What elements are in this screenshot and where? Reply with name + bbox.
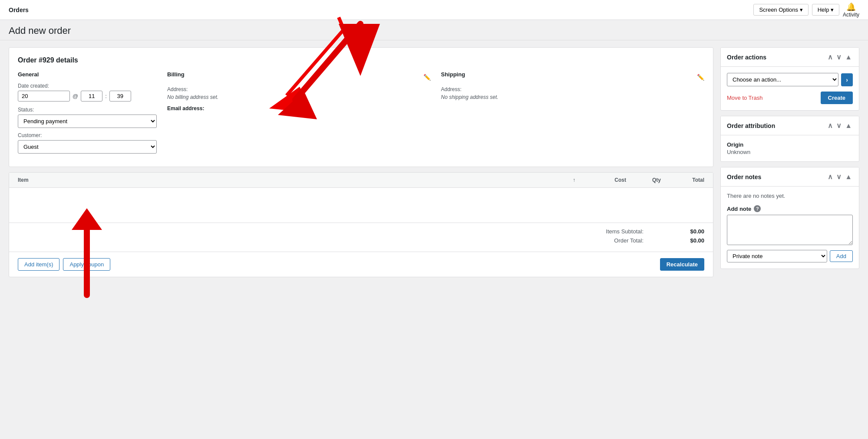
move-to-trash-link[interactable]: Move to Trash bbox=[727, 95, 762, 101]
main-layout: Order #929 details General Date created:… bbox=[0, 40, 868, 284]
status-group: Status: Pending payment Processing On ho… bbox=[18, 107, 157, 128]
order-actions-body: Choose an action... › Move to Trash Crea… bbox=[721, 67, 859, 110]
subtotal-value: $0.00 bbox=[678, 228, 704, 235]
create-button[interactable]: Create bbox=[821, 92, 853, 104]
order-details-grid: General Date created: @ : bbox=[18, 71, 704, 158]
screen-options-button[interactable]: Screen Options ▾ bbox=[753, 4, 808, 16]
order-actions-collapse-icon[interactable]: ∧ bbox=[827, 52, 834, 62]
billing-address-label: Address: bbox=[167, 86, 431, 92]
apply-coupon-button[interactable]: Apply coupon bbox=[63, 258, 110, 271]
top-bar-right: Screen Options ▾ Help ▾ 🔔 Activity bbox=[753, 2, 859, 18]
shipping-section: Shipping ✏️ Address: No shipping address… bbox=[441, 71, 705, 158]
colon-sep: : bbox=[105, 93, 107, 99]
order-actions-up-icon[interactable]: ▲ bbox=[844, 52, 853, 62]
items-table-body bbox=[9, 188, 713, 223]
col-cost: Cost bbox=[583, 177, 626, 183]
activity-button[interactable]: 🔔 Activity bbox=[843, 2, 859, 18]
sidebar: Order actions ∧ ∨ ▲ Choose an action... … bbox=[720, 47, 859, 269]
date-created-label: Date created: bbox=[18, 83, 157, 89]
order-notes-body: There are no notes yet. Add note ? Priva… bbox=[721, 187, 859, 269]
add-note-button[interactable]: Add bbox=[830, 250, 853, 262]
page-title: Add new order bbox=[9, 25, 71, 36]
note-footer: Private note Note to customer Add bbox=[727, 250, 853, 262]
note-type-select[interactable]: Private note Note to customer bbox=[727, 250, 827, 262]
order-attribution-body: Origin Unknown bbox=[721, 135, 859, 161]
shipping-address-group: Address: No shipping address set. bbox=[441, 86, 705, 100]
order-actions-card: Order actions ∧ ∨ ▲ Choose an action... … bbox=[720, 47, 859, 111]
general-section: General Date created: @ : bbox=[18, 71, 157, 158]
order-details-title: Order #929 details bbox=[18, 56, 704, 64]
customer-select[interactable]: Guest bbox=[18, 140, 157, 154]
time-hour-input[interactable] bbox=[81, 91, 102, 102]
billing-header: Billing ✏️ bbox=[167, 71, 431, 83]
order-actions-title: Order actions bbox=[727, 54, 766, 61]
order-attribution-expand-icon[interactable]: ∨ bbox=[835, 121, 842, 131]
status-select[interactable]: Pending payment Processing On hold Compl… bbox=[18, 115, 157, 128]
order-attribution-title: Order attribution bbox=[727, 122, 775, 129]
order-notes-header-icons: ∧ ∨ ▲ bbox=[827, 172, 853, 182]
date-created-group: Date created: @ : bbox=[18, 83, 157, 102]
billing-address-group: Address: No billing address set. bbox=[167, 86, 431, 100]
billing-address-value: No billing address set. bbox=[167, 94, 431, 100]
email-label: Email address: bbox=[167, 105, 431, 111]
activity-label: Activity bbox=[843, 12, 859, 18]
date-row: @ : bbox=[18, 91, 157, 102]
recalculate-button[interactable]: Recalculate bbox=[660, 258, 704, 271]
order-attribution-up-icon[interactable]: ▲ bbox=[844, 121, 853, 131]
customer-group: Customer: Guest bbox=[18, 132, 157, 154]
order-total-label: Order Total: bbox=[614, 237, 644, 244]
shipping-edit-icon[interactable]: ✏️ bbox=[697, 74, 704, 81]
items-card: Item ↑ Cost Qty Total Items Subtotal: $0… bbox=[9, 172, 713, 277]
order-action-go-button[interactable]: › bbox=[841, 73, 853, 86]
order-notes-collapse-icon[interactable]: ∧ bbox=[827, 172, 834, 182]
shipping-title: Shipping bbox=[441, 71, 465, 78]
order-attribution-header-icons: ∧ ∨ ▲ bbox=[827, 121, 853, 131]
action-row: Choose an action... › bbox=[727, 73, 853, 86]
status-label: Status: bbox=[18, 107, 157, 113]
add-note-help-icon[interactable]: ? bbox=[754, 205, 761, 212]
order-attribution-card: Order attribution ∧ ∨ ▲ Origin Unknown bbox=[720, 116, 859, 162]
order-notes-up-icon[interactable]: ▲ bbox=[844, 172, 853, 182]
top-bar: Orders Screen Options ▾ Help ▾ 🔔 Activit… bbox=[0, 0, 868, 20]
note-textarea[interactable] bbox=[727, 215, 853, 245]
order-actions-expand-icon[interactable]: ∨ bbox=[835, 52, 842, 62]
order-notes-title: Order notes bbox=[727, 174, 761, 180]
help-button[interactable]: Help ▾ bbox=[812, 4, 839, 16]
general-title: General bbox=[18, 71, 157, 78]
subtotal-label: Items Subtotal: bbox=[606, 228, 644, 235]
order-actions-header: Order actions ∧ ∨ ▲ bbox=[721, 48, 859, 67]
main-content: Order #929 details General Date created:… bbox=[9, 47, 713, 277]
items-footer: Add item(s) Apply coupon Recalculate bbox=[9, 252, 713, 277]
col-total: Total bbox=[661, 177, 704, 183]
orders-breadcrumb: Orders bbox=[9, 7, 29, 13]
notes-empty-message: There are no notes yet. bbox=[727, 193, 853, 199]
at-sign: @ bbox=[73, 93, 78, 99]
origin-value: Unknown bbox=[727, 149, 853, 155]
items-footer-left: Add item(s) Apply coupon bbox=[18, 258, 110, 271]
shipping-address-label: Address: bbox=[441, 86, 705, 92]
order-notes-header: Order notes ∧ ∨ ▲ bbox=[721, 167, 859, 187]
order-total-value: $0.00 bbox=[678, 237, 704, 244]
billing-section: Billing ✏️ Address: No billing address s… bbox=[167, 71, 431, 158]
order-notes-expand-icon[interactable]: ∨ bbox=[835, 172, 842, 182]
col-qty: Qty bbox=[626, 177, 661, 183]
order-notes-card: Order notes ∧ ∨ ▲ There are no notes yet… bbox=[720, 167, 859, 269]
activity-icon: 🔔 bbox=[846, 2, 856, 12]
items-totals: Items Subtotal: $0.00 Order Total: $0.00 bbox=[9, 223, 713, 252]
date-input[interactable] bbox=[18, 91, 70, 102]
shipping-address-value: No shipping address set. bbox=[441, 94, 705, 100]
subtotal-row: Items Subtotal: $0.00 bbox=[18, 228, 704, 235]
billing-edit-icon[interactable]: ✏️ bbox=[423, 74, 431, 81]
add-note-label: Add note ? bbox=[727, 205, 853, 212]
order-attribution-collapse-icon[interactable]: ∧ bbox=[827, 121, 834, 131]
time-minute-input[interactable] bbox=[109, 91, 131, 102]
col-item: Item bbox=[18, 177, 565, 183]
order-total-row: Order Total: $0.00 bbox=[18, 237, 704, 244]
trash-create-row: Move to Trash Create bbox=[727, 92, 853, 104]
order-attribution-header: Order attribution ∧ ∨ ▲ bbox=[721, 116, 859, 135]
add-items-button[interactable]: Add item(s) bbox=[18, 258, 59, 271]
order-details-card: Order #929 details General Date created:… bbox=[9, 47, 713, 167]
col-arrow: ↑ bbox=[565, 177, 583, 183]
order-actions-header-icons: ∧ ∨ ▲ bbox=[827, 52, 853, 62]
order-action-select[interactable]: Choose an action... bbox=[727, 73, 838, 86]
